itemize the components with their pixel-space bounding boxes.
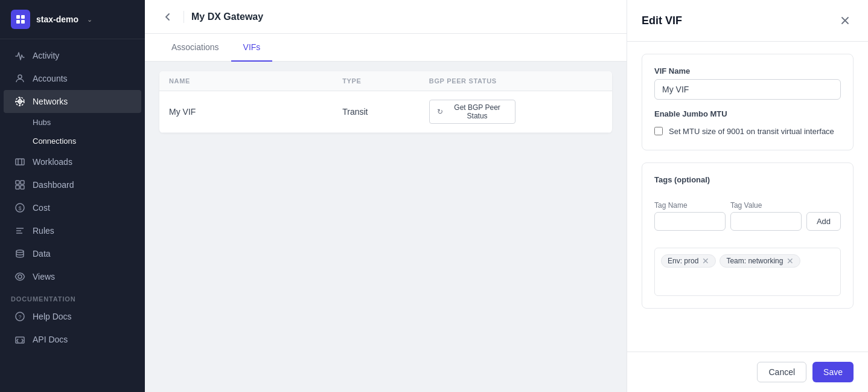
workloads-icon (14, 156, 25, 167)
close-button[interactable] (837, 12, 854, 29)
topbar: My DX Gateway (145, 0, 627, 34)
vif-type-cell: Transit (342, 107, 429, 117)
sidebar-sub-connections-label: Connections (33, 137, 76, 146)
svg-rect-0 (16, 15, 20, 19)
sidebar-item-networks-label: Networks (33, 97, 68, 106)
sidebar-item-activity-label: Activity (33, 51, 59, 60)
jumbo-mtu-description: Set MTU size of 9001 on transit virtual … (669, 126, 834, 138)
tag-chip-team-remove[interactable]: ✕ (787, 257, 794, 265)
svg-point-18 (16, 250, 24, 252)
content-area: Associations VIFs NAME TYPE BGP PEER STA… (145, 34, 627, 392)
sidebar-item-rules[interactable]: Rules (4, 219, 141, 242)
dashboard-icon (14, 179, 25, 190)
vif-form-section: VIF Name Enable Jumbo MTU Set MTU size o… (642, 54, 854, 150)
svg-text:?: ? (18, 314, 21, 320)
tag-chip-env: Env: prod ✕ (661, 254, 716, 268)
sidebar-logo[interactable]: stax-demo ⌄ (0, 0, 145, 39)
sidebar-item-views-label: Views (33, 272, 55, 281)
jumbo-mtu-title: Enable Jumbo MTU (654, 109, 841, 118)
tags-form-section: Tags (optional) Tag Name Tag Value Add E… (642, 162, 854, 309)
tab-associations[interactable]: Associations (159, 34, 231, 62)
tab-vifs[interactable]: VIFs (231, 34, 273, 62)
svg-rect-1 (21, 15, 25, 19)
sidebar-item-help-docs[interactable]: ? Help Docs (4, 305, 141, 328)
cost-icon: $ (14, 202, 25, 213)
refresh-icon: ↻ (437, 108, 443, 116)
vif-name-group: VIF Name (654, 66, 841, 100)
tag-value-label: Tag Value (730, 201, 802, 210)
table-header: NAME TYPE BGP PEER STATUS (159, 71, 612, 91)
tag-value-input[interactable] (730, 212, 802, 231)
svg-text:$: $ (18, 205, 21, 211)
tag-chip-team-label: Team: networking (726, 257, 783, 265)
vif-name-cell: My VIF (169, 107, 342, 117)
api-icon (14, 334, 25, 345)
sidebar-sub-item-hubs[interactable]: Hubs (4, 113, 141, 132)
svg-rect-9 (16, 159, 24, 165)
col-header-bgp: BGP PEER STATUS (429, 77, 516, 85)
svg-point-19 (18, 275, 22, 278)
sidebar-item-activity[interactable]: Activity (4, 44, 141, 67)
jumbo-mtu-row: Set MTU size of 9001 on transit virtual … (654, 126, 841, 138)
sidebar-sub-item-connections[interactable]: Connections (4, 132, 141, 150)
doc-section-label: DOCUMENTATION (0, 288, 145, 305)
topbar-divider (183, 11, 184, 23)
back-button[interactable] (159, 8, 176, 25)
cancel-button[interactable]: Cancel (757, 362, 806, 382)
views-icon (14, 271, 25, 282)
logo-icon (11, 10, 30, 29)
get-bgp-status-button[interactable]: ↻ Get BGP Peer Status (429, 100, 516, 124)
edit-panel-header: Edit VIF (627, 0, 868, 42)
sidebar-item-workloads[interactable]: Workloads (4, 150, 141, 173)
sidebar-item-accounts-label: Accounts (33, 74, 68, 83)
edit-panel-body: VIF Name Enable Jumbo MTU Set MTU size o… (627, 42, 868, 352)
tabs-container: Associations VIFs (145, 34, 627, 62)
sidebar-item-cost-label: Cost (33, 203, 50, 213)
svg-rect-14 (16, 185, 19, 189)
sidebar-item-cost[interactable]: $ Cost (4, 196, 141, 219)
jumbo-mtu-checkbox[interactable] (654, 127, 663, 135)
tags-input-row: Tag Name Tag Value Add (654, 201, 841, 231)
svg-rect-12 (16, 181, 19, 184)
bgp-btn-label: Get BGP Peer Status (447, 103, 508, 120)
sidebar-item-dashboard[interactable]: Dashboard (4, 173, 141, 196)
sidebar-item-data-label: Data (33, 249, 51, 259)
activity-icon (14, 50, 25, 61)
page-title: My DX Gateway (191, 11, 263, 22)
sidebar-item-networks[interactable]: Networks (4, 90, 141, 113)
sidebar-item-accounts[interactable]: Accounts (4, 67, 141, 90)
save-button[interactable]: Save (812, 362, 854, 382)
app-name: stax-demo (36, 14, 78, 24)
sidebar-item-api-docs[interactable]: API Docs (4, 328, 141, 351)
tag-value-col: Tag Value (730, 201, 802, 231)
chevron-down-icon: ⌄ (87, 16, 92, 24)
table-area: NAME TYPE BGP PEER STATUS My VIF Transit… (145, 62, 627, 143)
vif-table: NAME TYPE BGP PEER STATUS My VIF Transit… (159, 71, 612, 133)
tag-name-input[interactable] (654, 212, 726, 231)
add-tag-button[interactable]: Add (806, 212, 841, 231)
networks-icon (14, 96, 25, 107)
sidebar-nav: Activity Accounts Networks Hubs (0, 39, 145, 392)
sidebar-item-dashboard-label: Dashboard (33, 180, 74, 190)
tag-chip-env-label: Env: prod (668, 257, 698, 265)
tag-chip-env-remove[interactable]: ✕ (702, 257, 709, 265)
sidebar-item-api-docs-label: API Docs (33, 335, 68, 344)
main-area: My DX Gateway Associations VIFs NAME TYP… (145, 0, 627, 392)
sidebar-item-views[interactable]: Views (4, 265, 141, 288)
tag-name-label: Tag Name (654, 201, 726, 210)
rules-icon (14, 225, 25, 236)
edit-panel-footer: Cancel Save (627, 352, 868, 392)
sidebar-item-workloads-label: Workloads (33, 157, 72, 167)
svg-rect-15 (21, 185, 24, 189)
tag-name-col: Tag Name (654, 201, 726, 231)
svg-point-4 (18, 75, 22, 79)
svg-rect-3 (21, 20, 25, 24)
edit-panel-title: Edit VIF (642, 14, 682, 27)
table-row: My VIF Transit ↻ Get BGP Peer Status (159, 91, 612, 133)
vif-name-label: VIF Name (654, 66, 841, 76)
sidebar-sub-hubs-label: Hubs (33, 118, 51, 127)
sidebar-item-data[interactable]: Data (4, 242, 141, 265)
tags-title: Tags (optional) (654, 175, 841, 184)
vif-name-input[interactable] (654, 79, 841, 100)
help-icon: ? (14, 311, 25, 322)
